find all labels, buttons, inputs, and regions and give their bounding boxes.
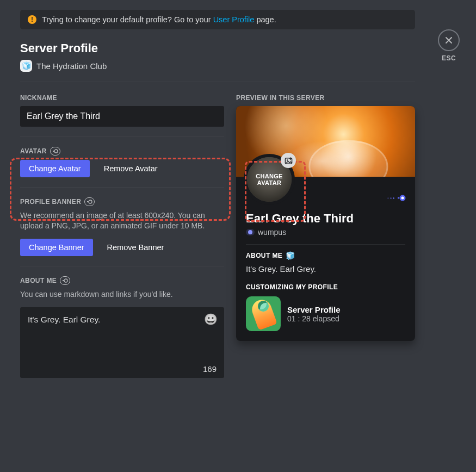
profile-preview-card: CHANGEAVATAR Earl Grey the Third wump <box>236 106 415 341</box>
banner-help-text: We recommend an image of at least 600x24… <box>20 210 224 231</box>
preview-display-name: Earl Grey the Third <box>246 212 405 226</box>
preview-username: wumpus <box>258 228 286 237</box>
nitro-badge <box>387 193 406 203</box>
page-title: Server Profile <box>20 41 415 55</box>
nitro-icon <box>50 147 60 156</box>
svg-point-7 <box>286 159 287 160</box>
server-icon: 🧊 <box>20 60 32 72</box>
about-help-text: You can use markdown and links if you'd … <box>20 289 224 300</box>
about-me-label: About Me <box>20 277 57 284</box>
user-profile-link[interactable]: User Profile <box>213 15 255 24</box>
svg-rect-1 <box>53 151 54 152</box>
notice-text-pre: Trying to change your default profile? G… <box>42 15 213 24</box>
profile-banner-label: Profile Banner <box>20 198 81 206</box>
notice-banner: ! Trying to change your default profile?… <box>20 10 415 29</box>
emoji-picker-button[interactable]: 😀 <box>204 313 218 326</box>
warning-icon: ! <box>28 15 36 24</box>
svg-point-9 <box>401 197 404 200</box>
preview-activity-heading: Customizing My Profile <box>246 283 405 291</box>
activity-elapsed: 01 : 28 elapsed <box>287 314 341 323</box>
about-me-input[interactable]: It's Grey. Earl Grey. 😀 169 <box>20 307 224 378</box>
server-icon-small: 🧊 <box>286 251 295 260</box>
about-me-text: It's Grey. Earl Grey. <box>28 315 217 325</box>
change-avatar-overlay: CHANGEAVATAR <box>256 173 282 186</box>
close-icon <box>444 36 453 45</box>
svg-rect-3 <box>87 201 89 202</box>
nitro-icon <box>84 197 95 206</box>
activity-icon <box>246 296 281 331</box>
svg-point-2 <box>89 200 92 203</box>
server-name: The Hydration Club <box>36 61 107 71</box>
upload-image-icon <box>285 157 293 165</box>
remove-banner-button[interactable]: Remove Banner <box>97 239 174 256</box>
close-button[interactable] <box>438 29 460 51</box>
preview-about-text: It's Grey. Earl Grey. <box>246 264 405 274</box>
svg-point-0 <box>54 150 58 153</box>
remove-avatar-button[interactable]: Remove Avatar <box>94 160 168 177</box>
nickname-input[interactable] <box>20 106 224 127</box>
nickname-label: Nickname <box>20 94 224 102</box>
svg-rect-10 <box>398 197 399 199</box>
username-icon <box>246 229 255 235</box>
svg-rect-5 <box>63 280 64 281</box>
change-banner-button[interactable]: Change Banner <box>20 239 93 256</box>
change-avatar-button[interactable]: Change Avatar <box>20 160 90 177</box>
nitro-icon <box>60 276 70 285</box>
esc-label: ESC <box>438 54 460 62</box>
svg-point-4 <box>64 279 67 282</box>
notice-text-post: page. <box>254 15 276 24</box>
preview-label: Preview in this Server <box>236 94 415 102</box>
activity-title: Server Profile <box>287 305 341 314</box>
upload-avatar-chip[interactable] <box>281 153 296 168</box>
char-count: 169 <box>203 364 217 374</box>
avatar-label: Avatar <box>20 147 47 155</box>
preview-about-heading: About Me <box>246 252 282 259</box>
